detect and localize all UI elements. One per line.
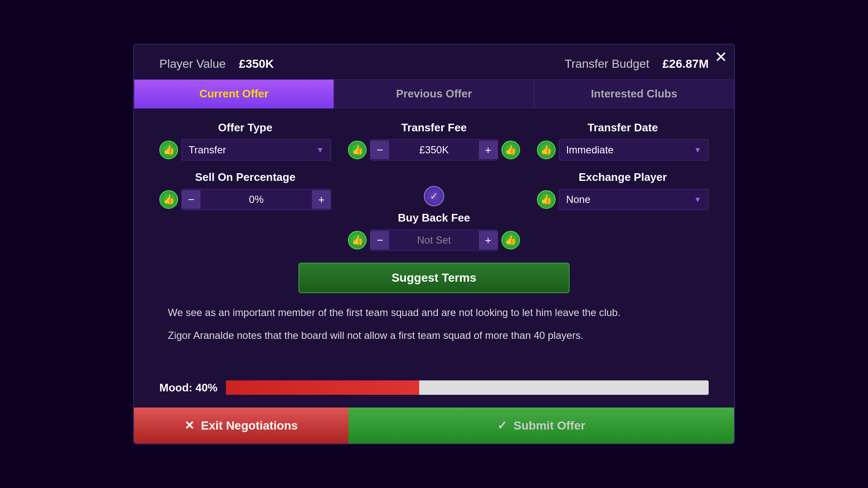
exchange-player-arrow: ▼: [694, 195, 701, 204]
transfer-fee-thumb2[interactable]: 👍: [501, 141, 520, 159]
transfer-fee-control: 👍 − £350K + 👍: [348, 139, 520, 161]
player-value-section: Player Value £350K: [159, 57, 274, 71]
transfer-fee-header: Transfer Fee 👍 − £350K + 👍: [348, 121, 520, 161]
exit-negotiations-button[interactable]: ✕ Exit Negotiations: [134, 408, 348, 444]
mood-section: Mood: 40%: [134, 372, 734, 408]
offer-type-thumb[interactable]: 👍: [159, 141, 178, 159]
offer-type-value: Transfer: [189, 144, 226, 156]
exchange-player-thumb[interactable]: 👍: [537, 190, 556, 209]
transfer-date-dropdown[interactable]: Immediate ▼: [559, 139, 709, 161]
exchange-player-control: 👍 None ▼: [537, 189, 709, 210]
offer-type-dropdown[interactable]: Transfer ▼: [181, 139, 331, 161]
sell-on-control: 👍 − 0% +: [159, 189, 331, 210]
buy-back-header: ✓ Buy Back Fee 👍 − Not Set + 👍: [348, 171, 520, 251]
mood-bar-fill: [226, 380, 419, 395]
buy-back-stepper: − Not Set +: [370, 230, 498, 251]
dialog: ✕ Player Value £350K Transfer Budget £26…: [133, 44, 735, 444]
buy-back-thumb2[interactable]: 👍: [501, 231, 520, 250]
sell-on-stepper: − 0% +: [181, 189, 331, 210]
mood-bar-bg: [226, 380, 709, 395]
player-value: £350K: [239, 57, 274, 70]
note-line2: Zigor Aranalde notes that the board will…: [168, 328, 700, 343]
submit-label: Submit Offer: [514, 419, 586, 433]
transfer-fee-minus[interactable]: −: [370, 141, 389, 159]
player-value-label: Player Value: [159, 57, 226, 70]
exchange-player-dropdown[interactable]: None ▼: [559, 189, 709, 210]
fields-grid: Offer Type 👍 Transfer ▼ Transfer Fee 👍 −…: [159, 121, 709, 251]
row2-check: ✓: [424, 186, 444, 206]
note-line1: We see as an important member of the fir…: [168, 305, 700, 320]
sell-on-header: Sell On Percentage 👍 − 0% +: [159, 171, 331, 251]
close-button[interactable]: ✕: [715, 50, 727, 65]
exit-icon: ✕: [184, 419, 194, 433]
offer-type-control: 👍 Transfer ▼: [159, 139, 331, 161]
transfer-fee-thumb[interactable]: 👍: [348, 141, 367, 159]
transfer-date-value: Immediate: [566, 144, 614, 156]
exit-label: Exit Negotiations: [201, 419, 298, 433]
transfer-date-header: Transfer Date 👍 Immediate ▼: [537, 121, 709, 161]
tab-current-offer[interactable]: Current Offer: [134, 79, 334, 108]
buy-back-thumb[interactable]: 👍: [348, 231, 367, 250]
buy-back-minus[interactable]: −: [370, 231, 389, 250]
tabs: Current Offer Previous Offer Interested …: [134, 79, 734, 108]
offer-type-header: Offer Type 👍 Transfer ▼: [159, 121, 331, 161]
offer-type-arrow: ▼: [317, 146, 324, 155]
transfer-budget-section: Transfer Budget £26.87M: [565, 57, 709, 71]
transfer-budget: £26.87M: [662, 57, 709, 70]
suggest-terms-button[interactable]: Suggest Terms: [298, 263, 570, 293]
transfer-fee-stepper: − £350K +: [370, 139, 498, 161]
transfer-date-thumb[interactable]: 👍: [537, 141, 556, 159]
submit-offer-button[interactable]: ✓ Submit Offer: [348, 408, 734, 444]
sell-on-thumb[interactable]: 👍: [159, 190, 178, 209]
transfer-date-arrow: ▼: [694, 146, 701, 155]
submit-icon: ✓: [497, 419, 507, 433]
content-area: Offer Type 👍 Transfer ▼ Transfer Fee 👍 −…: [134, 108, 734, 372]
dialog-header: Player Value £350K Transfer Budget £26.8…: [134, 44, 734, 79]
sell-on-plus[interactable]: +: [312, 190, 331, 209]
transfer-fee-value: £350K: [389, 140, 479, 160]
mood-label: Mood: 40%: [159, 381, 217, 394]
exchange-player-value: None: [566, 194, 590, 205]
exchange-player-header: Exchange Player 👍 None ▼: [537, 171, 709, 251]
transfer-budget-label: Transfer Budget: [565, 57, 649, 70]
bottom-buttons: ✕ Exit Negotiations ✓ Submit Offer: [134, 408, 734, 444]
notes-area: We see as an important member of the fir…: [159, 305, 709, 359]
tab-previous-offer[interactable]: Previous Offer: [334, 79, 534, 108]
buy-back-control: 👍 − Not Set + 👍: [348, 230, 520, 251]
transfer-date-control: 👍 Immediate ▼: [537, 139, 709, 161]
buy-back-value: Not Set: [389, 230, 479, 250]
tab-interested-clubs[interactable]: Interested Clubs: [534, 79, 734, 108]
buy-back-plus[interactable]: +: [479, 231, 498, 250]
transfer-fee-plus[interactable]: +: [479, 141, 498, 159]
sell-on-minus[interactable]: −: [182, 190, 200, 209]
sell-on-value: 0%: [200, 189, 312, 210]
